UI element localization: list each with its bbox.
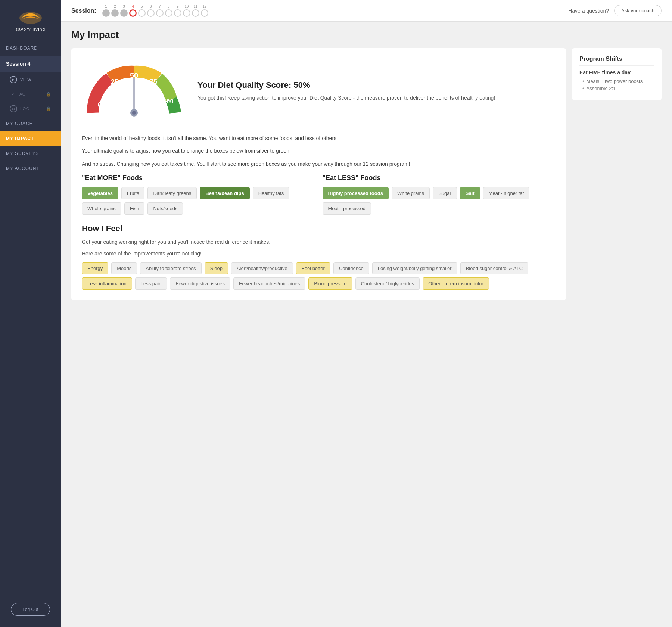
- svg-text:0: 0: [98, 101, 102, 109]
- sidebar-item-label: VIEW: [20, 77, 31, 82]
- tag-whole-grains: Whole grains: [82, 202, 121, 215]
- feel-tag-blood-sugar: Blood sugar control & A1C: [460, 262, 528, 274]
- dot-3: 3: [120, 4, 128, 17]
- tag-fruits: Fruits: [121, 187, 145, 199]
- dot-4: 4: [129, 4, 137, 17]
- dot-1: 1: [102, 4, 110, 17]
- feel-tag-losing-weight: Losing weight/belly getting smaller: [372, 262, 457, 274]
- tag-dark-leafy-greens: Dark leafy greens: [147, 187, 197, 199]
- how-i-feel-section: How I Feel Get your eating working right…: [82, 224, 556, 290]
- feel-tag-headaches: Fewer headaches/migraines: [233, 277, 305, 290]
- header-right: Have a question? Ask your coach: [568, 5, 662, 16]
- program-shifts-card: Program Shifts Eat FIVE times a day Meal…: [572, 48, 662, 100]
- diet-score-section: Your Diet Quality Score: 50% You got thi…: [197, 80, 556, 102]
- eat-more-title: "Eat MORE" Foods: [82, 174, 315, 182]
- sidebar-item-my-surveys[interactable]: MY SURVEYS: [0, 146, 61, 161]
- feel-tag-less-pain: Less pain: [135, 277, 167, 290]
- gauge-container: 0 25 50 75 100: [82, 59, 186, 124]
- page-title: My Impact: [71, 29, 662, 41]
- body-text-2: Your ultimate goal is to adjust how you …: [82, 147, 556, 155]
- sidebar-item-label: DASHBOARD: [6, 46, 38, 51]
- tag-beans: Beans/bean dips: [200, 187, 249, 199]
- sidebar-item-label: MY IMPACT: [6, 136, 34, 141]
- dot-6: 6: [147, 4, 155, 17]
- how-i-feel-sub1: Get your eating working right for you an…: [82, 238, 556, 246]
- tag-fish: Fish: [124, 202, 145, 215]
- dot-8: 8: [165, 4, 172, 17]
- sidebar-item-label: Session 4: [6, 61, 30, 67]
- ask-coach-button[interactable]: Ask your coach: [614, 5, 662, 16]
- list-item-assemble: Assemble 2:1: [582, 86, 654, 91]
- diet-score-description: You got this! Keep taking action to impr…: [197, 94, 556, 102]
- eat-more-column: "Eat MORE" Foods Vegetables Fruits Dark …: [82, 174, 315, 215]
- eat-less-title: "Eat LESS" Foods: [323, 174, 556, 182]
- svg-point-8: [132, 111, 136, 115]
- feel-tag-feel-better: Feel better: [296, 262, 330, 274]
- logout-button[interactable]: Log Out: [11, 603, 50, 616]
- tag-highly-processed: Highly processed foods: [323, 187, 389, 199]
- program-shifts-title: Program Shifts: [579, 56, 654, 66]
- sidebar-item-log: 11 LOG 🔒: [0, 101, 61, 116]
- sidebar: savory living DASHBOARD Session 4 ▶ VIEW…: [0, 0, 61, 627]
- have-question-text: Have a question?: [568, 8, 609, 14]
- dot-9: 9: [174, 4, 181, 17]
- svg-text:25: 25: [111, 78, 118, 86]
- sidebar-item-my-account[interactable]: MY ACCOUNT: [0, 161, 61, 176]
- dot-2: 2: [111, 4, 119, 17]
- sidebar-item-label: MY ACCOUNT: [6, 166, 40, 171]
- body-text-3: And no stress. Changing how you eat take…: [82, 160, 556, 168]
- feel-tag-energy: Energy: [82, 262, 108, 274]
- dot-7: 7: [156, 4, 164, 17]
- feel-tags-container: Energy Moods Ability to tolerate stress …: [82, 262, 556, 290]
- dot-12: 12: [201, 4, 208, 17]
- sidebar-item-view[interactable]: ▶ VIEW: [0, 72, 61, 87]
- sidebar-item-label: MY COACH: [6, 121, 33, 126]
- list-item-meals: Meals + two power boosts: [582, 78, 654, 84]
- top-header: Session: 1 2 3 4 5: [61, 0, 672, 22]
- feel-tag-alert: Alert/healthy/productive: [231, 262, 293, 274]
- check-icon: ✓: [10, 91, 16, 97]
- sidebar-item-dashboard[interactable]: DASHBOARD: [0, 41, 61, 56]
- how-i-feel-sub2: Here are some of the improvements you're…: [82, 249, 556, 258]
- dot-5: 5: [138, 4, 146, 17]
- logo-text: savory living: [15, 27, 45, 31]
- sidebar-item-label: LOG: [20, 106, 29, 111]
- program-shifts-list: Meals + two power boosts Assemble 2:1: [579, 78, 654, 91]
- tag-nuts-seeds: Nuts/seeds: [147, 202, 183, 215]
- body-text-1: Even in the world of healthy foods, it i…: [82, 134, 556, 142]
- main-content: Session: 1 2 3 4 5: [61, 0, 672, 627]
- session-indicator: Session: 1 2 3 4 5: [71, 4, 208, 17]
- tag-salt: Salt: [460, 187, 480, 199]
- log-icon: 11: [10, 105, 17, 112]
- tag-vegetables: Vegetables: [82, 187, 118, 199]
- sidebar-navigation: DASHBOARD Session 4 ▶ VIEW ✓ ACT 🔒 11 LO…: [0, 41, 61, 176]
- sidebar-item-my-impact[interactable]: MY IMPACT: [0, 131, 61, 146]
- logo-icon: [18, 7, 44, 25]
- main-card: 0 25 50 75 100 Your D: [71, 48, 566, 300]
- diet-score-title: Your Diet Quality Score: 50%: [197, 80, 556, 90]
- sidebar-item-label: ACT: [19, 92, 28, 96]
- tag-healthy-fats: Healthy fats: [253, 187, 290, 199]
- logo-container: savory living: [0, 0, 61, 37]
- play-icon: ▶: [10, 76, 17, 83]
- food-sections: "Eat MORE" Foods Vegetables Fruits Dark …: [82, 174, 556, 215]
- feel-tag-sleep: Sleep: [205, 262, 228, 274]
- tag-meat-processed: Meat - processed: [323, 202, 371, 215]
- feel-tag-moods: Moods: [111, 262, 137, 274]
- lock-icon-2: 🔒: [46, 106, 52, 111]
- sidebar-item-label: MY SURVEYS: [6, 151, 39, 156]
- how-i-feel-title: How I Feel: [82, 224, 556, 233]
- gauge-chart: 0 25 50 75 100: [82, 59, 186, 122]
- feel-tag-confidence: Confidence: [333, 262, 369, 274]
- sidebar-item-session4[interactable]: Session 4: [0, 56, 61, 72]
- program-shifts-subtitle: Eat FIVE times a day: [579, 69, 654, 75]
- svg-text:100: 100: [164, 98, 174, 105]
- eat-less-tags: Highly processed foods White grains Suga…: [323, 187, 556, 215]
- tag-white-grains: White grains: [392, 187, 430, 199]
- sidebar-item-my-coach[interactable]: MY COACH: [0, 116, 61, 131]
- svg-text:75: 75: [150, 78, 157, 86]
- feel-tag-cholesterol: Cholesterol/Triglycerides: [355, 277, 420, 290]
- feel-tag-blood-pressure: Blood pressure: [308, 277, 352, 290]
- sidebar-item-act: ✓ ACT 🔒: [0, 87, 61, 101]
- feel-tag-stress: Ability to tolerate stress: [140, 262, 201, 274]
